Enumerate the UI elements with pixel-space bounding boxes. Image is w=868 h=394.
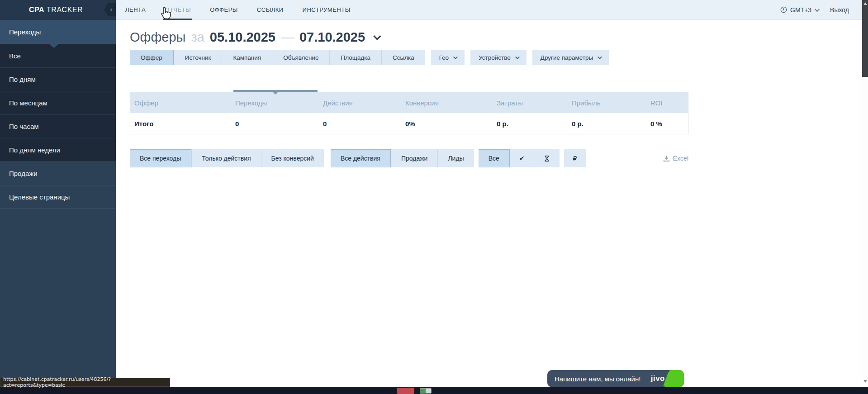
nav-tab-instrumenty[interactable]: ИНСТРУМЕНТЫ [293, 0, 360, 20]
sort-indicator [233, 90, 318, 92]
column-header-roi[interactable]: ROI [650, 99, 688, 107]
date-to[interactable]: 07.10.2025 [299, 30, 365, 45]
clock-icon [780, 6, 787, 13]
nav-tab-otchety[interactable]: ОТЧЕТЫ [155, 0, 200, 20]
sidebar-item-label: По месяцам [9, 99, 47, 107]
ruble-icon: ₽ [573, 155, 577, 162]
sidebar-item-po-dnyam[interactable]: По дням [0, 67, 116, 91]
column-header-offer[interactable]: Оффер [130, 99, 235, 107]
currency-ruble-button[interactable]: ₽ [564, 149, 586, 167]
main-content: Офферы за 05.10.2025 — 07.10.2025 Оффер … [116, 20, 862, 379]
dropdown-label: Другие параметры [541, 54, 593, 61]
logo-rest: TRACKER [47, 6, 83, 14]
column-header-perehody[interactable]: Переходы [235, 99, 323, 107]
filter-status-vse[interactable]: Все [479, 149, 510, 167]
device-dropdown[interactable]: Устройство [470, 50, 526, 65]
nav-tab-ssylki[interactable]: ССЫЛКИ [247, 0, 293, 20]
sidebar-item-label: По дням [9, 76, 36, 83]
active-section-notch [49, 44, 59, 48]
tab-ssylka[interactable]: Ссылка [381, 50, 425, 65]
sidebar-item-po-chasam[interactable]: По часам [0, 114, 116, 138]
sidebar-item-perehody[interactable]: Переходы [0, 20, 116, 44]
column-header-pribyl[interactable]: Прибыль [572, 99, 650, 107]
check-icon: ✔ [519, 155, 525, 162]
timezone-selector[interactable]: GMT+3 [780, 6, 818, 14]
column-header-zatraty[interactable]: Затраты [497, 99, 572, 107]
taskbar-green-item[interactable] [420, 388, 432, 394]
sidebar-item-celevye-stranicy[interactable]: Целевые страницы [0, 185, 116, 209]
sidebar-item-po-dnyam-nedeli[interactable]: По дням недели [0, 138, 116, 161]
logo: CPA TRACKER ‹ [0, 0, 116, 20]
tab-obyavlenie[interactable]: Объявление [272, 50, 329, 65]
nav-right-group: GMT+3 Выход [780, 6, 862, 14]
filter-label: Все действия [341, 155, 380, 162]
column-header-konversiya[interactable]: Конверсия [405, 99, 497, 107]
filter-vse-perehody[interactable]: Все переходы [130, 149, 191, 167]
geo-dropdown[interactable]: Гео [431, 50, 465, 65]
filter-lidy[interactable]: Лиды [437, 149, 474, 167]
sidebar-collapse-button[interactable]: ‹ [104, 3, 116, 16]
scroll-down-icon[interactable] [863, 380, 867, 383]
report-table: Оффер Переходы Действия Конверсия Затрат… [130, 92, 688, 134]
traffic-filter-group: Все переходы Только действия Без конверс… [130, 149, 324, 167]
download-icon [663, 155, 670, 162]
sidebar-item-label: Целевые страницы [9, 193, 70, 201]
nav-tab-lenta[interactable]: ЛЕНТА [116, 0, 155, 20]
logout-link[interactable]: Выход [830, 6, 849, 14]
sidebar-item-label: По часам [9, 123, 39, 130]
sidebar-item-po-mesyacam[interactable]: По месяцам [0, 91, 116, 114]
filter-label: Только действия [202, 155, 251, 162]
other-params-dropdown[interactable]: Другие параметры [532, 50, 609, 65]
nav-tab-label: ЛЕНТА [125, 6, 146, 13]
sidebar-item-prodazhi[interactable]: Продажи [0, 161, 116, 185]
nav-tab-offery[interactable]: ОФФЕРЫ [200, 0, 247, 20]
filter-label: Без конверсий [271, 155, 314, 162]
tab-offer[interactable]: Оффер [130, 50, 174, 65]
nav-tab-label: ОТЧЕТЫ [165, 6, 191, 13]
filter-status-pending[interactable] [534, 149, 560, 167]
chat-message: Напишите нам, мы онлайн! [555, 375, 640, 383]
report-title: Офферы за 05.10.2025 — 07.10.2025 [130, 30, 379, 45]
filter-bez-konversiy[interactable]: Без конверсий [261, 149, 324, 167]
excel-label: Excel [673, 155, 688, 162]
filter-label: Все переходы [140, 155, 181, 162]
scrollbar-thumb[interactable] [862, 0, 868, 77]
total-roi: 0 % [650, 120, 688, 128]
scroll-up-icon[interactable] [863, 2, 867, 5]
column-header-deystviya[interactable]: Действия [323, 99, 405, 107]
chevron-down-icon [515, 55, 520, 59]
filter-tolko-deystviya[interactable]: Только действия [191, 149, 261, 167]
dimension-tab-group: Оффер Источник Кампания Объявление Площа… [130, 50, 425, 65]
table-header-row: Оффер Переходы Действия Конверсия Затрат… [130, 92, 688, 113]
total-pribyl: 0 р. [572, 120, 650, 128]
tab-label: Оффер [141, 54, 162, 61]
vertical-scrollbar[interactable] [862, 0, 868, 387]
nav-tab-label: ССЫЛКИ [257, 6, 284, 13]
chevron-down-icon [815, 6, 820, 11]
tab-ploshchadka[interactable]: Площадка [329, 50, 381, 65]
taskbar-red-item[interactable] [397, 388, 414, 394]
date-range-chevron-icon[interactable] [373, 32, 381, 40]
chat-widget[interactable]: Напишите нам, мы онлайн! jivo [547, 370, 684, 387]
collapse-chevron-icon: ‹ [110, 6, 112, 13]
nav-tab-label: ОФФЕРЫ [210, 6, 238, 13]
filter-label: Все [489, 155, 499, 162]
tab-istochnik[interactable]: Источник [174, 50, 222, 65]
timezone-label: GMT+3 [790, 6, 811, 14]
chevron-down-icon [598, 55, 602, 59]
tab-kampaniya[interactable]: Кампания [222, 50, 272, 65]
date-from[interactable]: 05.10.2025 [210, 30, 275, 45]
logo-bold: CPA [29, 6, 44, 14]
tab-label: Кампания [233, 54, 261, 61]
filter-label: Лиды [448, 155, 464, 162]
tab-label: Объявление [283, 54, 318, 61]
filter-prodazhi[interactable]: Продажи [391, 149, 437, 167]
tab-label: Площадка [341, 54, 370, 61]
jivo-logo: jivo [651, 374, 665, 383]
jivo-leaf-icon [663, 370, 684, 387]
filter-status-approved[interactable]: ✔ [510, 149, 534, 167]
dropdown-label: Устройство [479, 54, 511, 61]
filter-vse-deystviya[interactable]: Все действия [331, 149, 391, 167]
filter-label: Продажи [401, 155, 427, 162]
excel-export-button[interactable]: Excel [663, 155, 688, 162]
